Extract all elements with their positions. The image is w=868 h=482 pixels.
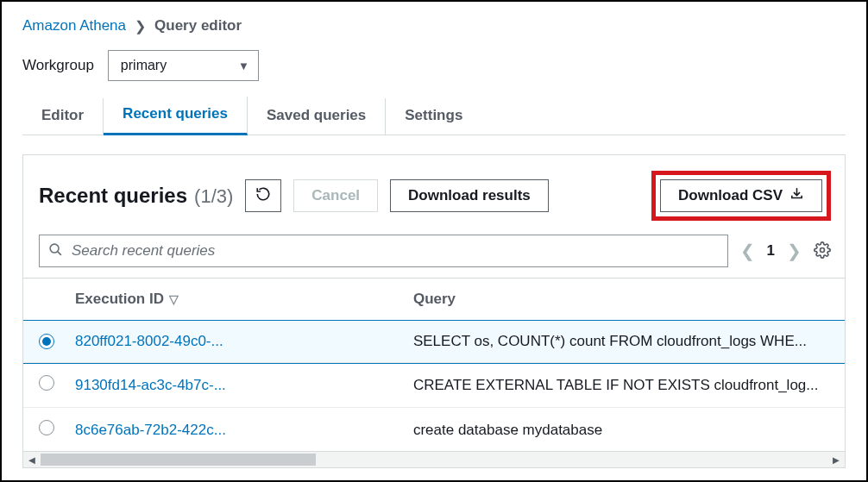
panel-count: (1/3): [194, 185, 233, 208]
table-row[interactable]: 9130fd14-ac3c-4b7c-... CREATE EXTERNAL T…: [23, 363, 845, 408]
pager-next[interactable]: ❯: [787, 241, 802, 261]
table-row[interactable]: 8c6e76ab-72b2-422c... create database my…: [23, 408, 845, 453]
sort-icon: ▽: [169, 292, 179, 306]
query-cell: create database mydatabase: [403, 408, 845, 453]
workgroup-label: Workgroup: [22, 57, 94, 74]
svg-point-0: [50, 244, 59, 253]
refresh-button[interactable]: [245, 179, 281, 212]
tab-recent-queries[interactable]: Recent queries: [104, 97, 248, 135]
scroll-right-icon[interactable]: ►: [827, 454, 845, 466]
tab-saved-queries[interactable]: Saved queries: [248, 98, 386, 135]
row-radio[interactable]: [39, 334, 54, 349]
settings-gear-button[interactable]: [814, 241, 831, 261]
highlight-annotation: Download CSV: [651, 171, 831, 221]
recent-queries-panel: Recent queries (1/3) Cancel Download res…: [22, 154, 846, 453]
execution-id-link[interactable]: 8c6e76ab-72b2-422c...: [75, 422, 226, 438]
table-scroll[interactable]: Execution ID▽ Query▽ Start tim 820ff021-…: [23, 278, 845, 452]
svg-point-2: [821, 247, 825, 252]
search-icon: [48, 242, 63, 260]
query-cell: CREATE EXTERNAL TABLE IF NOT EXISTS clou…: [403, 363, 845, 408]
query-cell: SELECT os, COUNT(*) count FROM cloudfron…: [403, 321, 845, 363]
download-csv-label: Download CSV: [678, 187, 783, 204]
chevron-right-icon: ❯: [135, 18, 146, 34]
breadcrumb: Amazon Athena ❯ Query editor: [22, 12, 846, 50]
search-input[interactable]: [72, 242, 719, 260]
caret-down-icon: ▼: [238, 59, 249, 72]
refresh-icon: [255, 186, 271, 206]
download-icon: [789, 186, 804, 205]
panel-title: Recent queries (1/3): [39, 184, 233, 208]
pager: ❮ 1 ❯: [740, 241, 802, 261]
execution-id-link[interactable]: 820ff021-8002-49c0-...: [75, 333, 223, 349]
col-execution-id[interactable]: Execution ID▽: [65, 279, 403, 321]
recent-queries-table: Execution ID▽ Query▽ Start tim 820ff021-…: [23, 278, 845, 452]
row-radio[interactable]: [39, 375, 54, 391]
svg-line-1: [58, 252, 61, 255]
tabs: Editor Recent queries Saved queries Sett…: [22, 97, 846, 135]
workgroup-value: primary: [121, 58, 167, 73]
table-row[interactable]: 820ff021-8002-49c0-... SELECT os, COUNT(…: [23, 321, 845, 363]
workgroup-select[interactable]: primary ▼: [108, 50, 259, 81]
tab-editor[interactable]: Editor: [22, 98, 104, 135]
search-box[interactable]: [39, 235, 728, 267]
download-csv-button[interactable]: Download CSV: [660, 179, 822, 212]
row-radio[interactable]: [39, 420, 54, 435]
col-query[interactable]: Query▽: [403, 279, 845, 321]
pager-prev[interactable]: ❮: [740, 241, 755, 261]
execution-id-link[interactable]: 9130fd14-ac3c-4b7c-...: [75, 377, 226, 393]
col-select: [23, 279, 65, 321]
scroll-thumb[interactable]: [41, 454, 316, 466]
download-results-button[interactable]: Download results: [390, 179, 549, 212]
cancel-button: Cancel: [293, 179, 378, 212]
pager-page: 1: [767, 242, 775, 260]
breadcrumb-service-link[interactable]: Amazon Athena: [22, 17, 126, 34]
breadcrumb-current: Query editor: [154, 17, 242, 34]
scroll-track[interactable]: [41, 452, 827, 467]
horizontal-scrollbar[interactable]: ◄ ►: [22, 451, 846, 468]
tab-settings[interactable]: Settings: [386, 98, 481, 135]
scroll-left-icon[interactable]: ◄: [23, 454, 41, 466]
